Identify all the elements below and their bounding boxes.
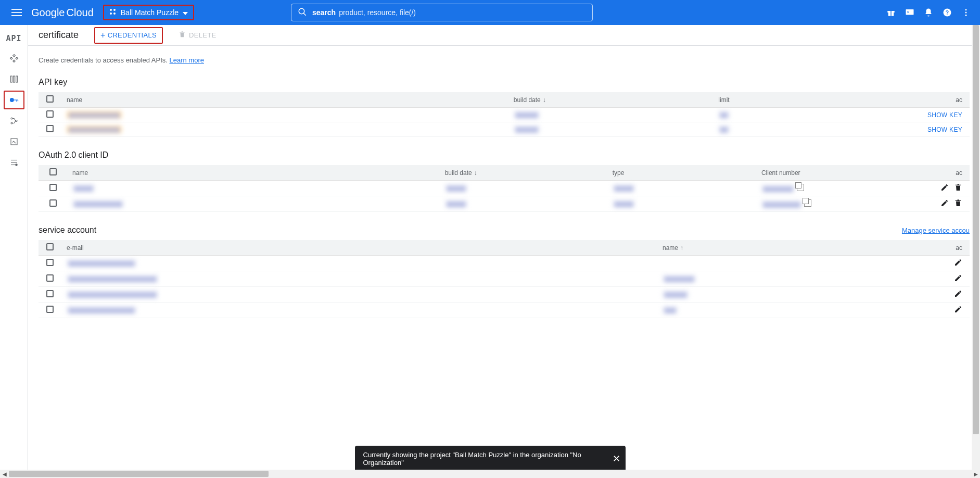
bell-icon[interactable] <box>924 8 933 17</box>
gift-icon[interactable] <box>886 8 896 17</box>
logo-text-2: Cloud <box>67 7 94 19</box>
svg-point-7 <box>299 8 304 14</box>
caret-down-icon <box>183 8 188 17</box>
search-icon <box>298 7 307 18</box>
svg-rect-0 <box>11 9 22 10</box>
svg-rect-1 <box>11 12 22 13</box>
svg-rect-12 <box>906 9 914 15</box>
svg-point-5 <box>110 12 112 15</box>
svg-rect-11 <box>890 11 892 16</box>
search-label: search <box>312 8 336 17</box>
topbar-actions: ? <box>886 8 976 17</box>
logo-text-1: Google <box>31 7 65 19</box>
google-cloud-logo[interactable]: Google Cloud <box>31 7 94 19</box>
svg-point-16 <box>965 12 967 14</box>
svg-point-6 <box>113 12 116 15</box>
cloud-shell-icon[interactable] <box>905 8 914 17</box>
search-box[interactable]: search product, resource, file(/) <box>291 4 593 21</box>
svg-point-15 <box>965 9 967 10</box>
svg-point-17 <box>965 15 967 16</box>
svg-point-3 <box>110 9 112 11</box>
menu-icon[interactable] <box>4 0 29 25</box>
svg-line-8 <box>303 13 306 16</box>
more-vert-icon[interactable] <box>961 8 971 17</box>
svg-rect-2 <box>11 15 22 16</box>
svg-point-4 <box>113 9 116 11</box>
project-icon <box>109 8 117 17</box>
top-app-bar: Google Cloud Ball Match Puzzle search pr… <box>0 0 980 25</box>
project-picker[interactable]: Ball Match Puzzle <box>103 5 194 20</box>
help-icon[interactable]: ? <box>943 8 952 17</box>
project-name: Ball Match Puzzle <box>121 8 179 17</box>
svg-text:?: ? <box>946 9 949 16</box>
search-placeholder: product, resource, file(/) <box>339 8 416 17</box>
